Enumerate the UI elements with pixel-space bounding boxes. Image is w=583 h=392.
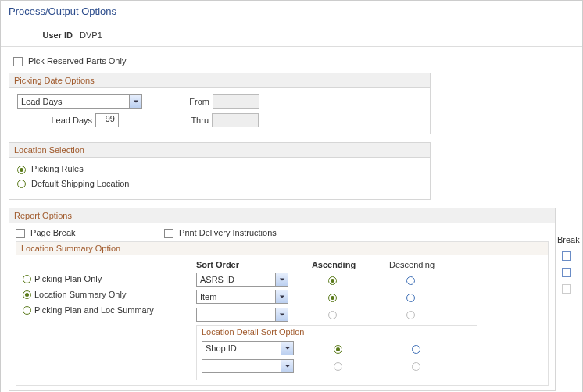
loc-opt-location-summary-only[interactable]: Location Summary Only [23, 290, 196, 299]
loc-summary-group: Location Summary Option Picking Plan Onl… [16, 241, 549, 386]
descending-header: Descending [373, 260, 451, 269]
asc-radio [334, 362, 342, 371]
content: Pick Reserved Parts Only Picking Date Op… [1, 47, 582, 392]
break-column: Break [557, 235, 579, 294]
location-option-label: Picking Rules [31, 164, 84, 173]
user-row: User ID DVP1 [1, 27, 582, 47]
desc-radio [406, 311, 415, 319]
print-delivery-checkbox[interactable] [164, 229, 173, 238]
detail-sort-row: Shop ID [202, 341, 472, 355]
sort-select[interactable]: Item [196, 290, 288, 304]
picking-date-title: Picking Date Options [9, 73, 430, 88]
page-break-row: Page Break [16, 228, 164, 238]
lead-days-input[interactable]: 99 [95, 113, 119, 127]
chevron-down-icon [275, 290, 288, 303]
from-label: From [148, 97, 209, 106]
asc-radio[interactable] [328, 276, 337, 285]
pick-reserved-row: Pick Reserved Parts Only [13, 56, 574, 66]
radio-icon [17, 166, 26, 174]
from-input [213, 94, 259, 109]
chevron-down-icon [281, 360, 293, 372]
sort-row: Item [196, 290, 542, 304]
pick-reserved-checkbox[interactable] [13, 57, 23, 66]
desc-radio[interactable] [406, 276, 415, 285]
detail-sort-row [202, 358, 472, 373]
loc-opt-label: Picking Plan and Loc Summary [34, 305, 154, 315]
sort-select[interactable]: ASRS ID [196, 273, 288, 287]
lead-days-label: Lead Days [17, 116, 92, 125]
print-delivery-label: Print Delivery Instructions [179, 228, 277, 237]
radio-icon [23, 306, 31, 315]
loc-opt-plan-and-summary[interactable]: Picking Plan and Loc Summary [23, 305, 196, 315]
sort-order-header: Sort Order [196, 260, 295, 269]
break-checkbox[interactable] [562, 251, 571, 261]
asc-radio[interactable] [328, 294, 337, 302]
chevron-down-icon [275, 273, 288, 286]
user-id-value: DVP1 [80, 30, 102, 40]
page-title: Process/Output Options [1, 1, 582, 27]
detail-sort-select[interactable] [202, 359, 294, 373]
print-delivery-row: Print Delivery Instructions [164, 228, 277, 238]
location-selection-group: Location Selection Picking Rules Default… [9, 142, 431, 200]
break-checkbox [562, 284, 571, 294]
chevron-down-icon [281, 342, 293, 355]
page: Process/Output Options User ID DVP1 Pick… [0, 0, 583, 392]
loc-opt-label: Location Summary Only [34, 290, 126, 299]
chevron-down-icon [129, 95, 141, 108]
sort-select[interactable] [196, 308, 288, 322]
pick-reserved-label: Pick Reserved Parts Only [28, 56, 126, 66]
sort-select-value: ASRS ID [200, 275, 234, 284]
location-option-default-shipping[interactable]: Default Shipping Location [17, 179, 422, 189]
loc-summary-title: Location Summary Option [16, 242, 548, 255]
sort-select-value: Item [200, 292, 216, 301]
chevron-down-icon [275, 308, 288, 321]
sort-row: ASRS ID [196, 273, 542, 287]
picking-mode-select[interactable]: Lead Days [17, 94, 142, 109]
loc-opt-picking-plan-only[interactable]: Picking Plan Only [23, 274, 196, 283]
page-break-checkbox[interactable] [16, 229, 25, 238]
thru-input [212, 113, 259, 127]
ascending-header: Ascending [295, 260, 373, 269]
desc-radio[interactable] [406, 294, 415, 302]
loc-opt-label: Picking Plan Only [34, 274, 102, 283]
break-checkbox[interactable] [562, 268, 571, 277]
radio-icon [23, 290, 31, 299]
location-selection-title: Location Selection [9, 143, 430, 158]
detail-sort-select[interactable]: Shop ID [202, 341, 294, 355]
sort-row [196, 307, 542, 322]
radio-icon [17, 180, 26, 188]
location-detail-sort-title: Location Detail Sort Option [197, 326, 477, 338]
asc-radio [328, 311, 337, 319]
page-break-label: Page Break [30, 228, 75, 237]
report-options-title: Report Options [9, 208, 555, 223]
radio-icon [23, 275, 31, 283]
sort-select-value: Shop ID [206, 344, 237, 353]
location-option-label: Default Shipping Location [31, 179, 129, 188]
user-id-label: User ID [9, 30, 77, 40]
break-header: Break [557, 235, 579, 244]
thru-label: Thru [122, 116, 209, 125]
desc-radio [412, 362, 420, 371]
location-option-picking-rules[interactable]: Picking Rules [17, 164, 422, 174]
asc-radio[interactable] [334, 345, 342, 354]
picking-mode-value: Lead Days [21, 97, 63, 106]
location-detail-sort-group: Location Detail Sort Option Shop ID [196, 325, 477, 380]
report-options-group: Report Options Page Break Print Delivery… [9, 208, 556, 391]
desc-radio[interactable] [412, 345, 420, 354]
picking-date-group: Picking Date Options Lead Days From Lead… [9, 73, 431, 134]
